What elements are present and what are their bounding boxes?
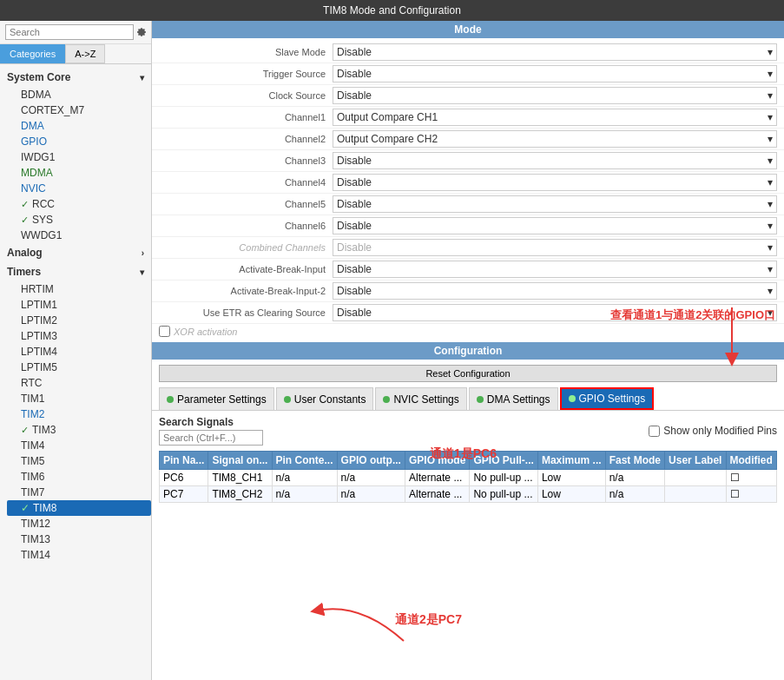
slave-mode-label: Slave Mode — [159, 47, 333, 57]
etr-label: Use ETR as Clearing Source — [159, 307, 333, 318]
col-gpio-mode: GPIO mode — [405, 452, 470, 470]
nav-section-system-core[interactable]: System Core ▾ — [0, 68, 151, 87]
tab-nvic-settings[interactable]: NVIC Settings — [375, 387, 466, 410]
config-section-header: Configuration — [152, 342, 784, 360]
combined-channels-label: Combined Channels — [159, 242, 333, 253]
table-cell: n/a — [337, 486, 405, 503]
channel2-label: Channel2 — [159, 134, 333, 144]
break-input-select[interactable]: Disable▾ — [333, 261, 777, 278]
nav-item-iwdg1[interactable]: IWDG1 — [7, 149, 151, 165]
col-maximum: Maximum ... — [537, 452, 605, 470]
col-signal: Signal on... — [208, 452, 272, 470]
nav-item-dma[interactable]: DMA — [7, 118, 151, 134]
table-cell — [665, 486, 726, 503]
tab-gpio-settings[interactable]: GPIO Settings — [560, 387, 655, 410]
nav-item-tim5[interactable]: TIM5 — [7, 453, 151, 469]
tab-user-constants[interactable]: User Constants — [276, 387, 374, 410]
table-cell — [665, 470, 726, 486]
pin-table: Pin Na... Signal on... Pin Conte... GPIO… — [159, 451, 777, 503]
channel3-select[interactable]: Disable▾ — [333, 152, 777, 169]
slave-mode-select[interactable]: Disable▾ — [333, 43, 777, 61]
sidebar-nav: System Core ▾ BDMA CORTEX_M7 DMA GPIO IW… — [0, 64, 151, 680]
channel1-select[interactable]: Output Compare CH1▾ — [333, 109, 777, 126]
nav-section-analog[interactable]: Analog › — [0, 243, 151, 262]
table-row: PC7TIM8_CH2n/an/aAlternate ...No pull-up… — [160, 486, 777, 503]
clock-source-select[interactable]: Disable▾ — [333, 87, 777, 104]
channel5-select[interactable]: Disable▾ — [333, 195, 777, 213]
gear-icon[interactable] — [137, 24, 146, 40]
channel2-select[interactable]: Output Compare CH2▾ — [333, 130, 777, 148]
nav-item-tim1[interactable]: TIM1 — [7, 391, 151, 406]
nav-item-lptim2[interactable]: LPTIM2 — [7, 313, 151, 328]
col-modified: Modified — [726, 452, 776, 470]
nav-item-tim6[interactable]: TIM6 — [7, 469, 151, 485]
nav-item-rcc[interactable]: ✓ RCC — [7, 196, 151, 212]
show-modified-row: Show only Modified Pins — [649, 425, 777, 437]
nav-item-tim2[interactable]: TIM2 — [7, 406, 151, 422]
etr-select[interactable]: Disable▾ — [333, 304, 777, 321]
nav-item-bdma[interactable]: BDMA — [7, 87, 151, 102]
nav-item-wwdg1[interactable]: WWDG1 — [7, 228, 151, 243]
channel5-label: Channel5 — [159, 199, 333, 209]
table-cell: Alternate ... — [405, 486, 470, 503]
col-pin-name: Pin Na... — [160, 452, 208, 470]
trigger-source-select[interactable]: Disable▾ — [333, 65, 777, 83]
nav-item-tim4[interactable]: TIM4 — [7, 438, 151, 453]
nav-item-tim7[interactable]: TIM7 — [7, 485, 151, 500]
table-cell: PC6 — [160, 470, 208, 486]
col-gpio-pull: GPIO Pull-... — [470, 452, 537, 470]
mode-row-ch5: Channel5 Disable▾ — [152, 194, 784, 215]
nav-item-tim14[interactable]: TIM14 — [7, 547, 151, 563]
nav-item-rtc[interactable]: RTC — [7, 375, 151, 391]
break-input2-label: Activate-Break-Input-2 — [159, 286, 333, 296]
col-gpio-output: GPIO outp... — [337, 452, 405, 470]
channel6-label: Channel6 — [159, 221, 333, 231]
search-input[interactable] — [159, 430, 263, 446]
break-input2-select[interactable]: Disable▾ — [333, 282, 777, 300]
reset-config-button[interactable]: Reset Configuration — [159, 365, 777, 382]
nav-item-hrtim[interactable]: HRTIM — [7, 281, 151, 297]
table-cell: n/a — [272, 486, 337, 503]
nav-item-lptim4[interactable]: LPTIM4 — [7, 344, 151, 360]
nav-item-lptim1[interactable]: LPTIM1 — [7, 297, 151, 313]
nav-section-timers[interactable]: Timers ▾ — [0, 262, 151, 281]
nav-item-cortex-m7[interactable]: CORTEX_M7 — [7, 102, 151, 118]
channel6-select[interactable]: Disable▾ — [333, 217, 777, 234]
col-user-label: User Label — [665, 452, 726, 470]
table-area: Search Signals Show only Modified Pins P… — [152, 411, 784, 680]
chevron-down-icon-2: ▾ — [140, 267, 144, 277]
tab-az[interactable]: A->Z — [65, 44, 105, 63]
content-area: Mode Slave Mode Disable▾ Trigger Source … — [152, 21, 784, 680]
nav-item-mdma[interactable]: MDMA — [7, 165, 151, 181]
nav-item-gpio[interactable]: GPIO — [7, 134, 151, 149]
config-tabs: Parameter Settings User Constants NVIC S… — [152, 387, 784, 411]
xor-row: XOR activation — [152, 324, 784, 339]
nav-item-lptim3[interactable]: LPTIM3 — [7, 328, 151, 344]
mode-row-break2: Activate-Break-Input-2 Disable▾ — [152, 281, 784, 302]
show-modified-checkbox[interactable] — [649, 426, 660, 437]
mode-row-ch6: Channel6 Disable▾ — [152, 215, 784, 237]
xor-label: XOR activation — [174, 327, 237, 337]
table-cell: ☐ — [726, 486, 776, 503]
channel4-select[interactable]: Disable▾ — [333, 174, 777, 191]
tab-categories[interactable]: Categories — [0, 44, 65, 63]
mode-row-ch2: Channel2 Output Compare CH2▾ — [152, 129, 784, 150]
col-pin-context: Pin Conte... — [272, 452, 337, 470]
tab-parameter-settings[interactable]: Parameter Settings — [159, 387, 274, 410]
combined-channels-select[interactable]: Disable▾ — [333, 239, 777, 256]
channel4-label: Channel4 — [159, 177, 333, 188]
nav-item-tim13[interactable]: TIM13 — [7, 531, 151, 547]
mode-row-ch4: Channel4 Disable▾ — [152, 172, 784, 194]
nav-item-tim8[interactable]: ✓ TIM8 — [7, 500, 151, 516]
mode-row-clock: Clock Source Disable▾ — [152, 85, 784, 107]
nav-item-tim12[interactable]: TIM12 — [7, 516, 151, 531]
break-input-label: Activate-Break-Input — [159, 264, 333, 274]
chevron-down-icon: ▾ — [140, 73, 144, 83]
sidebar-search-input[interactable] — [5, 24, 134, 40]
nav-item-lptim5[interactable]: LPTIM5 — [7, 360, 151, 375]
nav-item-tim3[interactable]: ✓ TIM3 — [7, 422, 151, 438]
xor-checkbox[interactable] — [159, 326, 170, 337]
tab-dma-settings[interactable]: DMA Settings — [469, 387, 558, 410]
nav-item-nvic[interactable]: NVIC — [7, 181, 151, 196]
nav-item-sys[interactable]: ✓ SYS — [7, 212, 151, 228]
